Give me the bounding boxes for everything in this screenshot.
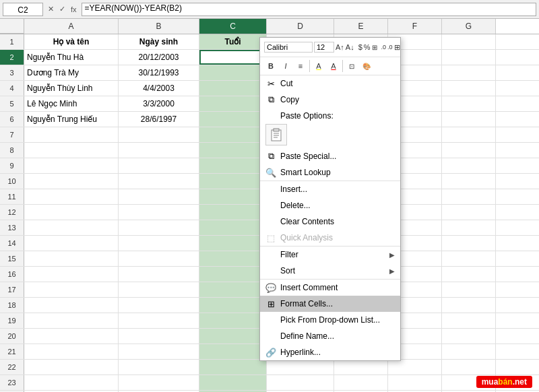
menu-smart-lookup-label: Smart Lookup [280,168,395,177]
menu-item-hyperlink[interactable]: 🔗 Hyperlink... [260,344,400,360]
menu-filter-label: Filter [280,250,385,259]
font-color-btn[interactable]: A [327,59,340,73]
hyperlink-icon: 🔗 [265,347,276,358]
font-name-input[interactable] [264,42,313,53]
delete-icon [265,200,276,211]
paste-special-icon: ⧉ [265,151,276,162]
align-btn[interactable]: ≡ [294,59,307,73]
paste-options-label: Paste Options: [280,111,395,121]
mini-toolbar: A↑ A↓ $ % ⊞ .0 .0 ⊞ [260,38,400,57]
menu-item-sort[interactable]: Sort ▶ [260,263,400,279]
dollar-btn[interactable]: $ [358,40,362,54]
percent-btn[interactable]: % [364,40,371,54]
sort-icon [265,265,276,276]
inc-dec-btn[interactable]: .0 [387,40,393,54]
menu-item-copy[interactable]: ⧉ Copy [260,92,400,108]
define-name-icon [265,331,276,341]
highlight-color-btn[interactable]: A [312,59,325,73]
menu-sort-label: Sort [280,266,385,275]
insert-comment-icon: 💬 [265,282,276,293]
menu-item-paste-options-label: Paste Options: [260,108,400,121]
table-btn[interactable]: ⊞ [372,40,377,54]
format-cells-icon: ⊞ [265,298,276,309]
menu-insert-comment-label: Insert Comment [280,283,395,292]
increase-font-btn[interactable]: A↑ [336,40,344,54]
menu-item-pick-dropdown[interactable]: Pick From Drop-down List... [260,312,400,328]
svg-rect-1 [274,129,279,131]
sep3 [309,60,310,72]
menu-format-cells-label: Format Cells... [280,299,395,308]
filter-icon [265,249,276,260]
filter-arrow-icon: ▶ [389,251,395,259]
quick-analysis-icon: ⬚ [265,232,276,243]
menu-item-format-cells[interactable]: ⊞ Format Cells... [260,296,400,312]
smart-lookup-icon: 🔍 [265,167,276,178]
menu-item-filter[interactable]: Filter ▶ [260,246,400,263]
cut-icon: ✂ [265,78,276,89]
pick-dropdown-icon [265,315,276,325]
menu-insert-label: Insert... [280,185,395,194]
menu-item-paste-special[interactable]: ⧉ Paste Special... [260,148,400,164]
menu-item-insert-comment[interactable]: 💬 Insert Comment [260,279,400,296]
paste-icon-clipboard[interactable] [265,124,287,145]
menu-item-clear-contents[interactable]: Clear Contents [260,214,400,230]
paste-options-icon [265,110,276,121]
paste-special-icons [260,121,400,148]
menu-item-insert[interactable]: Insert... [260,181,400,197]
menu-item-smart-lookup[interactable]: 🔍 Smart Lookup [260,164,400,181]
menu-paste-special-label: Paste Special... [280,152,395,161]
fill-color-btn[interactable]: 🎨 [360,59,373,73]
copy-icon: ⧉ [265,94,276,105]
mini-toolbar2: B I ≡ A A ⊡ 🎨 [260,57,400,75]
menu-pick-dropdown-label: Pick From Drop-down List... [280,315,395,325]
menu-item-cut[interactable]: ✂ Cut [260,75,400,92]
borders-btn[interactable]: ⊡ [345,59,358,73]
sep4 [342,60,343,72]
sort-arrow-icon: ▶ [389,267,395,275]
italic-btn[interactable]: I [279,59,292,73]
menu-quick-analysis-label: Quick Analysis [280,233,395,242]
menu-item-delete[interactable]: Delete... [260,197,400,214]
menu-cut-label: Cut [280,79,395,88]
bold-btn[interactable]: B [264,59,278,73]
menu-delete-label: Delete... [280,201,395,210]
insert-icon [265,184,276,195]
extra-btn[interactable]: ⊞ [394,40,400,54]
context-menu: A↑ A↓ $ % ⊞ .0 .0 ⊞ B I ≡ A A ⊡ 🎨 ✂ Cut [259,37,401,361]
decrease-font-btn[interactable]: A↓ [346,40,354,54]
menu-item-quick-analysis: ⬚ Quick Analysis [260,230,400,246]
menu-copy-label: Copy [280,95,395,104]
menu-clear-contents-label: Clear Contents [280,217,395,226]
menu-define-name-label: Define Name... [280,331,395,341]
font-size-input[interactable] [314,42,334,53]
menu-item-define-name[interactable]: Define Name... [260,328,400,344]
context-menu-overlay: A↑ A↓ $ % ⊞ .0 .0 ⊞ B I ≡ A A ⊡ 🎨 ✂ Cut [0,0,539,392]
dec-dec-btn[interactable]: .0 [381,40,387,54]
menu-hyperlink-label: Hyperlink... [280,348,395,357]
clear-contents-icon [265,216,276,227]
